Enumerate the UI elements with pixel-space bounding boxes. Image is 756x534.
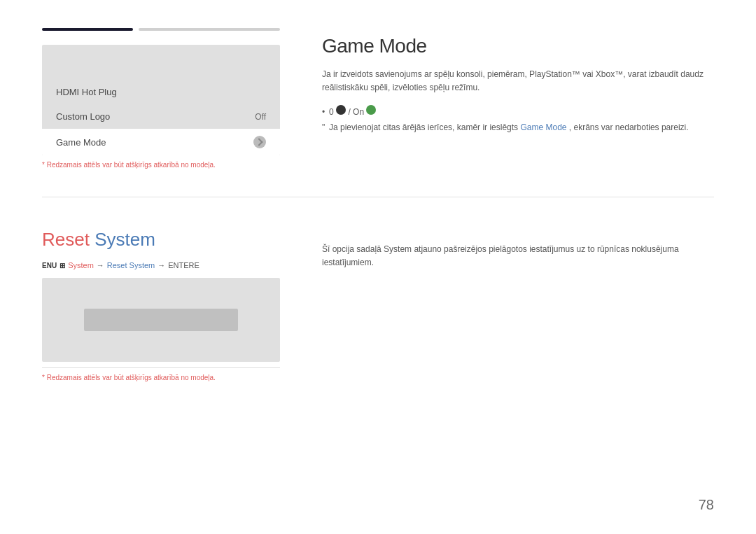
reset-highlight-bar	[84, 309, 238, 331]
menu-item-hdmi-label: HDMI Hot Plug	[56, 87, 117, 97]
nav-path1: System	[68, 261, 94, 269]
progress-bar-active	[42, 28, 133, 31]
progress-bar-inactive	[139, 28, 280, 31]
reset-separator	[42, 367, 280, 368]
nav-arrow2: →	[158, 261, 165, 269]
menu-panel-inner: HDMI Hot Plug Custom Logo Off Game Mode	[42, 45, 280, 155]
game-mode-title: Game Mode	[322, 35, 714, 57]
bullet1-prefix: 0	[329, 107, 334, 117]
menu-item-hdmi[interactable]: HDMI Hot Plug	[42, 80, 280, 104]
footnote-1: * Redzamais attēls var būt atšķirīgs atk…	[42, 161, 280, 169]
bullet1-icons	[336, 105, 346, 115]
bullet-item-1: 0 / On	[322, 105, 714, 120]
section-divider	[42, 197, 714, 197]
nav-menu-label: ENU	[42, 262, 57, 269]
bullet1-separator: / On	[348, 107, 364, 117]
nav-arrow1: →	[97, 261, 104, 269]
reset-panel-inner	[42, 278, 280, 362]
reset-system-title: Reset System	[42, 229, 280, 251]
bullet2-highlight: Game Mode	[520, 122, 566, 132]
menu-item-game-mode[interactable]: Game Mode	[42, 129, 280, 155]
bullet1-on-icon	[366, 105, 376, 115]
progress-bars	[42, 28, 280, 31]
menu-item-game-mode-label: Game Mode	[56, 137, 106, 148]
bullet2-suffix: , ekrāns var nedarboties pareizi.	[569, 122, 689, 132]
nav-path3: ENTERE	[168, 261, 200, 269]
right-column: Game Mode Ja ir izveidots savienojums ar…	[322, 28, 714, 169]
game-mode-bullets: 0 / On Ja pievienojat citas ārējās ierīc…	[322, 105, 714, 135]
page-container: HDMI Hot Plug Custom Logo Off Game Mode …	[0, 0, 756, 534]
menu-item-custom-logo-value: Off	[255, 112, 266, 122]
menu-item-custom-logo-label: Custom Logo	[56, 111, 110, 122]
reset-title-word1: Reset	[42, 229, 90, 250]
nav-path: ENU ⊞ System → Reset System → ENTERE	[42, 261, 280, 269]
nav-arrow-icon: ⊞	[59, 262, 65, 269]
game-mode-description: Ja ir izveidots savienojums ar spēļu kon…	[322, 68, 714, 94]
page-number: 78	[699, 497, 714, 513]
reset-panel	[42, 278, 280, 362]
bottom-section: Reset System ENU ⊞ System → Reset System…	[42, 229, 714, 381]
menu-item-custom-logo[interactable]: Custom Logo Off	[42, 104, 280, 129]
reset-description: Šī opcija sadaļā System atjauno pašreizē…	[322, 243, 714, 269]
nav-path2: Reset System	[107, 261, 155, 269]
top-section: HDMI Hot Plug Custom Logo Off Game Mode …	[42, 28, 714, 169]
green-circle-icon	[366, 105, 376, 115]
black-circle-icon	[336, 105, 346, 115]
footnote-2: * Redzamais attēls var būt atšķirīgs atk…	[42, 374, 280, 381]
reset-right: Šī opcija sadaļā System atjauno pašreizē…	[322, 229, 714, 381]
reset-left: Reset System ENU ⊞ System → Reset System…	[42, 229, 280, 381]
game-mode-icon	[253, 136, 266, 148]
bullet-item-2: Ja pievienojat citas ārējās ierīces, kam…	[322, 120, 714, 136]
menu-panel: HDMI Hot Plug Custom Logo Off Game Mode	[42, 45, 280, 155]
left-column: HDMI Hot Plug Custom Logo Off Game Mode …	[42, 28, 280, 169]
bullet2-prefix: Ja pievienojat citas ārējās ierīces, kam…	[329, 122, 518, 132]
reset-title-word2: System	[94, 229, 155, 250]
